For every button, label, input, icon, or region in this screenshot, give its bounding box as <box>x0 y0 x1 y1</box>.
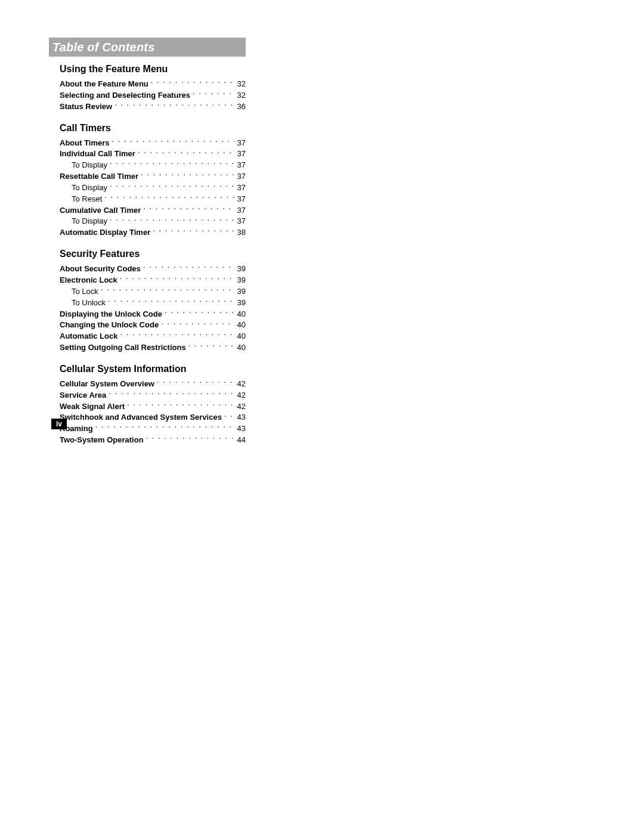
toc-entry: Displaying the Unlock Code40 <box>60 309 246 320</box>
dot-leader <box>109 390 234 398</box>
section-title: Security Features <box>60 248 246 260</box>
dot-leader <box>110 160 235 168</box>
dot-leader <box>165 309 235 317</box>
toc-entry-page: 37 <box>237 205 246 216</box>
toc-entry-label: Resettable Call Timer <box>60 171 138 182</box>
toc-entry-label: Switchhook and Advanced System Services <box>60 412 222 423</box>
toc-entry-label: To Display <box>72 160 107 171</box>
toc-entry-label: Individual Call Timer <box>60 148 135 160</box>
toc-entry: Selecting and Deselecting Features32 <box>60 90 246 101</box>
toc-entry-page: 40 <box>237 309 246 320</box>
toc-entry-label: To Unlock <box>72 298 106 309</box>
dot-leader <box>101 286 235 294</box>
toc-entry-label: About the Feature Menu <box>60 79 148 90</box>
document-page: Table of Contents Using the Feature Menu… <box>0 0 644 833</box>
toc-entry-page: 37 <box>237 160 246 171</box>
toc-entry-page: 37 <box>237 138 246 149</box>
dot-leader <box>104 194 234 202</box>
toc-entry: Individual Call Timer37 <box>60 148 246 160</box>
dot-leader <box>120 275 235 283</box>
toc-entry-label: Automatic Display Timer <box>60 227 150 239</box>
toc-entry: Roaming43 <box>60 423 246 435</box>
toc-entry-label: Weak Signal Alert <box>60 401 125 413</box>
page-number: iv <box>56 420 62 428</box>
dot-leader <box>95 423 235 431</box>
dot-leader <box>120 331 235 339</box>
dot-leader <box>151 79 235 86</box>
toc-entry-page: 38 <box>237 227 246 239</box>
toc-entry-page: 37 <box>237 171 246 182</box>
toc-entry-page: 44 <box>237 435 246 446</box>
dot-leader <box>188 342 235 350</box>
toc-entry-page: 32 <box>237 79 246 90</box>
toc-entry-label: To Display <box>72 216 107 227</box>
dot-leader <box>157 379 235 386</box>
toc-entry: Status Review36 <box>60 101 246 113</box>
dot-leader <box>143 205 234 213</box>
toc-entry: Weak Signal Alert42 <box>60 401 246 413</box>
toc-entry-label: To Display <box>72 182 107 194</box>
section-title: Using the Feature Menu <box>60 63 246 75</box>
dot-leader <box>161 320 234 327</box>
toc-entry: Electronic Lock39 <box>60 275 246 286</box>
toc-entry-page: 39 <box>237 286 246 298</box>
dot-leader <box>114 101 234 109</box>
toc-entry: To Lock39 <box>60 286 246 298</box>
section-title: Cellular System Information <box>60 363 246 375</box>
toc-entry-page: 40 <box>237 320 246 331</box>
toc-entry-label: Status Review <box>60 101 112 113</box>
dot-leader <box>141 171 235 179</box>
toc-entry-page: 42 <box>237 401 246 413</box>
toc-entry: Switchhook and Advanced System Services4… <box>60 412 246 423</box>
dot-leader <box>127 401 234 409</box>
toc-entry-label: Service Area <box>60 390 106 401</box>
toc-entry: Automatic Lock40 <box>60 331 246 342</box>
toc-entry-label: To Reset <box>72 194 102 205</box>
toc-entry-page: 37 <box>237 194 246 205</box>
toc-entry-page: 36 <box>237 101 246 113</box>
dot-leader <box>143 264 235 271</box>
toc-entry: About the Feature Menu32 <box>60 79 246 90</box>
toc-entry-page: 39 <box>237 275 246 286</box>
dot-leader <box>153 227 234 235</box>
toc-entry-label: Selecting and Deselecting Features <box>60 90 190 101</box>
toc-entry-label: Cumulative Call Timer <box>60 205 141 216</box>
toc-section: Using the Feature MenuAbout the Feature … <box>60 63 246 113</box>
toc-entry-page: 42 <box>237 390 246 401</box>
dot-leader <box>112 138 235 145</box>
toc-entry: Service Area42 <box>60 390 246 401</box>
toc-entry-page: 37 <box>237 182 246 194</box>
toc-entry: Changing the Unlock Code40 <box>60 320 246 331</box>
toc-entry-label: Electronic Lock <box>60 275 117 286</box>
toc-entry-page: 43 <box>237 412 246 423</box>
toc-entry-label: About Timers <box>60 138 110 149</box>
toc-entry: Resettable Call Timer37 <box>60 171 246 182</box>
dot-leader <box>193 90 235 98</box>
dot-leader <box>138 148 235 156</box>
toc-entry-label: To Lock <box>72 286 98 298</box>
toc-entry: About Timers37 <box>60 138 246 149</box>
toc-entry-page: 43 <box>237 423 246 435</box>
toc-entry: To Display37 <box>60 182 246 194</box>
toc-header-bar: Table of Contents <box>49 38 246 57</box>
toc-entry-page: 39 <box>237 298 246 309</box>
toc-entry: About Security Codes39 <box>60 264 246 275</box>
toc-entry-page: 42 <box>237 379 246 390</box>
page-number-box: iv <box>51 419 67 429</box>
toc-section: Call TimersAbout Timers37Individual Call… <box>60 122 246 239</box>
toc-entry-page: 37 <box>237 148 246 160</box>
toc-entry-label: About Security Codes <box>60 264 141 275</box>
toc-entry: To Reset37 <box>60 194 246 205</box>
toc-entry-page: 37 <box>237 216 246 227</box>
dot-leader <box>110 216 235 224</box>
toc-content: Using the Feature MenuAbout the Feature … <box>60 63 246 456</box>
toc-entry-label: Changing the Unlock Code <box>60 320 159 331</box>
dot-leader <box>110 182 235 190</box>
toc-entry: To Display37 <box>60 160 246 171</box>
section-title: Call Timers <box>60 122 246 134</box>
toc-entry: Cumulative Call Timer37 <box>60 205 246 216</box>
toc-entry-page: 40 <box>237 342 246 354</box>
toc-entry-page: 40 <box>237 331 246 342</box>
toc-entry-page: 39 <box>237 264 246 275</box>
toc-entry-page: 32 <box>237 90 246 101</box>
